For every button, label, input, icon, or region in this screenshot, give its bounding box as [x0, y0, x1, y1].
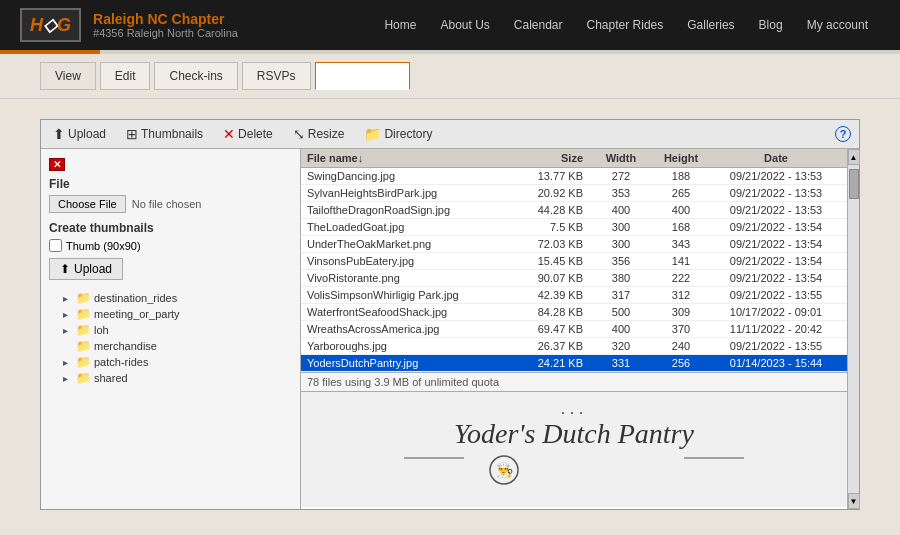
file-row[interactable]: SylvanHeightsBirdPark.jpg 20.92 KB 353 2… — [301, 185, 847, 202]
tree-label: merchandise — [94, 340, 157, 352]
upload-submit-button[interactable]: ⬆ Upload — [49, 258, 123, 280]
file-height-cell: 312 — [651, 289, 711, 301]
file-width-cell: 500 — [591, 306, 651, 318]
scroll-thumb[interactable] — [849, 169, 859, 199]
nav-calendar[interactable]: Calendar — [502, 10, 575, 40]
tree-item-loh[interactable]: ▸ 📁 loh — [61, 322, 292, 338]
file-width-cell: 400 — [591, 204, 651, 216]
create-thumbs-label: Create thumbnails — [49, 221, 292, 235]
tree-label: patch-rides — [94, 356, 148, 368]
file-height-cell: 370 — [651, 323, 711, 335]
tree-item-meeting-or-party[interactable]: ▸ 📁 meeting_or_party — [61, 306, 292, 322]
file-row[interactable]: TailoftheDragonRoadSign.jpg 44.28 KB 400… — [301, 202, 847, 219]
expand-icon: ▸ — [63, 325, 73, 336]
file-size-cell: 13.77 KB — [501, 170, 591, 182]
tree-item-patch-rides[interactable]: ▸ 📁 patch-rides — [61, 354, 292, 370]
right-scrollbar[interactable]: ▲ ▼ — [847, 149, 859, 509]
resize-icon: ⤡ — [293, 126, 305, 142]
preview-image: Yoder's Dutch Pantry 👨‍🍳 — [404, 408, 744, 488]
file-row[interactable]: VolisSimpsonWhirligig Park.jpg 42.39 KB … — [301, 287, 847, 304]
file-row[interactable]: Yarboroughs.jpg 26.37 KB 320 240 09/21/2… — [301, 338, 847, 355]
file-name-cell: VinsonsPubEatery.jpg — [307, 255, 501, 267]
choose-file-button[interactable]: Choose File — [49, 195, 126, 213]
file-width-cell: 331 — [591, 357, 651, 369]
file-row[interactable]: VivoRistorante.png 90.07 KB 380 222 09/2… — [301, 270, 847, 287]
svg-text:Yoder's Dutch Pantry: Yoder's Dutch Pantry — [454, 418, 694, 449]
file-size-cell: 72.03 KB — [501, 238, 591, 250]
nav-my-account[interactable]: My account — [795, 10, 880, 40]
thumbnails-button[interactable]: ⊞ Thumbnails — [122, 124, 207, 144]
close-sidebar-button[interactable]: ✕ — [49, 158, 65, 171]
file-name-cell: UnderTheOakMarket.png — [307, 238, 501, 250]
expand-icon: ▸ — [63, 309, 73, 320]
file-width-cell: 353 — [591, 187, 651, 199]
tab-view[interactable]: View — [40, 62, 96, 90]
file-name-cell: VolisSimpsonWhirligig Park.jpg — [307, 289, 501, 301]
tree-label: loh — [94, 324, 109, 336]
file-row[interactable]: TheLoadedGoat.jpg 7.5 KB 300 168 09/21/2… — [301, 219, 847, 236]
upload-arrow-icon: ⬆ — [60, 262, 70, 276]
file-height-cell: 240 — [651, 340, 711, 352]
file-size-cell: 15.45 KB — [501, 255, 591, 267]
file-size-cell: 20.92 KB — [501, 187, 591, 199]
file-name-cell: VivoRistorante.png — [307, 272, 501, 284]
col-header-height: Height — [651, 152, 711, 164]
file-width-cell: 380 — [591, 272, 651, 284]
nav-blog[interactable]: Blog — [747, 10, 795, 40]
file-height-cell: 265 — [651, 187, 711, 199]
delete-button[interactable]: ✕ Delete — [219, 124, 277, 144]
site-header: H◇G Raleigh NC Chapter #4356 Raleigh Nor… — [0, 0, 900, 50]
tab-checkins[interactable]: Check-ins — [154, 62, 237, 90]
file-row[interactable]: WaterfrontSeafoodShack.jpg 84.28 KB 500 … — [301, 304, 847, 321]
site-subtitle: #4356 Raleigh North Carolina — [93, 27, 238, 39]
directory-button[interactable]: 📁 Directory — [360, 124, 436, 144]
file-quota-label: 78 files using 3.9 MB of unlimited quota — [307, 376, 499, 388]
file-row[interactable]: VinsonsPubEatery.jpg 15.45 KB 356 141 09… — [301, 253, 847, 270]
file-name-cell: WaterfrontSeafoodShack.jpg — [307, 306, 501, 318]
file-name-cell: SylvanHeightsBirdPark.jpg — [307, 187, 501, 199]
tree-item-destination-rides[interactable]: ▸ 📁 destination_rides — [61, 290, 292, 306]
tab-rsvps[interactable]: RSVPs — [242, 62, 311, 90]
site-logo[interactable]: H◇G — [20, 8, 81, 42]
file-date-cell: 09/21/2022 - 13:55 — [711, 289, 841, 301]
nav-about[interactable]: About Us — [428, 10, 501, 40]
tree-item-merchandise[interactable]: 📁 merchandise — [61, 338, 292, 354]
col-header-name[interactable]: File name↓ — [307, 152, 501, 164]
file-width-cell: 300 — [591, 221, 651, 233]
nav-home[interactable]: Home — [372, 10, 428, 40]
file-toolbar: ⬆ Upload ⊞ Thumbnails ✕ Delete ⤡ Resize … — [41, 120, 859, 149]
tree-item-shared[interactable]: ▸ 📁 shared — [61, 370, 292, 386]
file-date-cell: 09/21/2022 - 13:53 — [711, 170, 841, 182]
file-height-cell: 141 — [651, 255, 711, 267]
tab-file-browser[interactable]: File browser — [315, 62, 410, 90]
file-name-cell: TailoftheDragonRoadSign.jpg — [307, 204, 501, 216]
file-width-cell: 356 — [591, 255, 651, 267]
file-list-footer: 78 files using 3.9 MB of unlimited quota — [301, 372, 847, 391]
tree-label: shared — [94, 372, 128, 384]
file-row[interactable]: SwingDancing.jpg 13.77 KB 272 188 09/21/… — [301, 168, 847, 185]
tree-label: destination_rides — [94, 292, 177, 304]
site-title: Raleigh NC Chapter — [93, 11, 238, 27]
file-list-header: File name↓ Size Width Height Date — [301, 149, 847, 168]
file-row[interactable]: WreathsAcrossAmerica.jpg 69.47 KB 400 37… — [301, 321, 847, 338]
tab-edit[interactable]: Edit — [100, 62, 151, 90]
thumb-checkbox[interactable] — [49, 239, 62, 252]
upload-button[interactable]: ⬆ Upload — [49, 124, 110, 144]
file-list-panel: File name↓ Size Width Height Date SwingD… — [301, 149, 847, 509]
nav-chapter-rides[interactable]: Chapter Rides — [575, 10, 676, 40]
no-file-label: No file chosen — [132, 198, 202, 210]
file-date-cell: 09/21/2022 - 13:54 — [711, 238, 841, 250]
upload-icon: ⬆ — [53, 126, 65, 142]
file-width-cell: 272 — [591, 170, 651, 182]
expand-icon: ▸ — [63, 373, 73, 384]
nav-galleries[interactable]: Galleries — [675, 10, 746, 40]
help-button[interactable]: ? — [835, 126, 851, 142]
file-row[interactable]: UnderTheOakMarket.png 72.03 KB 300 343 0… — [301, 236, 847, 253]
folder-tree: ▸ 📁 destination_rides ▸ 📁 meeting_or_par… — [49, 290, 292, 386]
resize-button[interactable]: ⤡ Resize — [289, 124, 349, 144]
scroll-down-arrow[interactable]: ▼ — [848, 493, 860, 509]
file-height-cell: 222 — [651, 272, 711, 284]
file-date-cell: 09/21/2022 - 13:53 — [711, 187, 841, 199]
file-row[interactable]: YodersDutchPantry.jpg 24.21 KB 331 256 0… — [301, 355, 847, 372]
scroll-up-arrow[interactable]: ▲ — [848, 149, 860, 165]
